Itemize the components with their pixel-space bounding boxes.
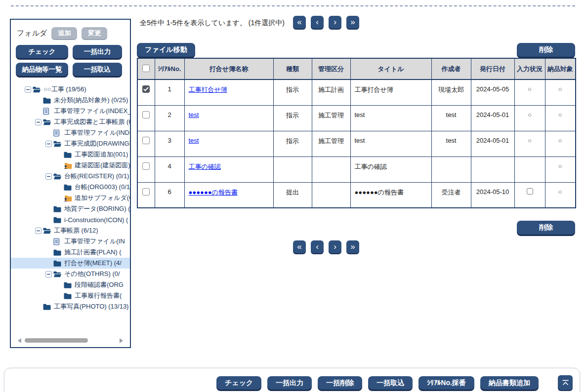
prev-page-button[interactable]: ‹ bbox=[311, 16, 324, 29]
tree-item[interactable]: 工事履行報告書( bbox=[11, 290, 130, 301]
title-cell: 工事打合せ簿 bbox=[350, 79, 431, 105]
delete-button-top[interactable]: 削除 bbox=[517, 43, 575, 57]
document-name-link[interactable]: 工事打合せ簿 bbox=[189, 86, 227, 93]
document-icon bbox=[43, 108, 53, 115]
tree-item[interactable]: ○○工事 (19/56) bbox=[11, 84, 130, 95]
collapse-minus-icon[interactable] bbox=[45, 173, 53, 180]
title-header: タイトル bbox=[350, 58, 431, 79]
collapse-minus-icon[interactable] bbox=[45, 271, 53, 277]
folder-label: フォルダ bbox=[17, 29, 47, 38]
type-cell: 指示 bbox=[273, 79, 312, 105]
first-page-button[interactable]: « bbox=[293, 16, 306, 29]
table-row: 1工事打合せ簿指示施工計画工事打合せ簿現場太郎2024-05-05○○ bbox=[137, 79, 576, 105]
tree-item[interactable]: 工事管理ファイル(IN bbox=[11, 236, 130, 247]
document-name-link[interactable]: test bbox=[189, 111, 199, 118]
tree-item-label: 打合せ簿(MEET) (4/ bbox=[63, 259, 122, 268]
input-status-cell: ○ bbox=[514, 131, 545, 157]
next-page-button[interactable]: › bbox=[329, 16, 341, 29]
first-page-button[interactable]: « bbox=[293, 240, 306, 253]
collapse-minus-icon[interactable] bbox=[35, 228, 43, 234]
tree-item-label: 工事写真(PHOTO) (13/13) bbox=[53, 302, 128, 311]
name-cell: ●●●●●●の報告書 bbox=[184, 182, 273, 208]
document-name-link[interactable]: 工事の確認 bbox=[189, 163, 221, 170]
tree-item[interactable]: 未分類(納品対象外) (0/25) bbox=[11, 95, 130, 106]
sidebar-hscrollbar[interactable] bbox=[17, 338, 124, 344]
folder-icon bbox=[53, 206, 63, 212]
file-move-button[interactable]: ファイル移動 bbox=[137, 43, 195, 57]
tree-item-label: 工事完成図書と工事帳票 (6/1 bbox=[53, 118, 130, 126]
tree-item[interactable]: 工事管理ファイル(INDEX_C bbox=[11, 106, 130, 117]
tree-item[interactable]: その他(OTHRS) (0/ bbox=[11, 269, 130, 279]
folder-sidebar-panel: フォルダ 追加 変更 チェック一括出力納品物等一覧一括取込 ○○工事 (19/5… bbox=[10, 19, 131, 348]
author-cell bbox=[431, 157, 471, 182]
tree-item[interactable]: 工事帳票 (6/12) bbox=[11, 225, 130, 236]
document-name-link[interactable]: test bbox=[189, 137, 199, 144]
tree-item[interactable]: 建築図面(建築図面) bbox=[11, 160, 130, 171]
footer-check-button[interactable]: チェック bbox=[216, 376, 261, 390]
row-checkbox[interactable] bbox=[142, 137, 150, 144]
collapse-minus-icon[interactable] bbox=[25, 86, 33, 93]
delete-button-bottom[interactable]: 削除 bbox=[517, 221, 575, 235]
folder-tree: ○○工事 (19/56)未分類(納品対象外) (0/25)工事管理ファイル(IN… bbox=[11, 84, 130, 316]
scrollbar-thumb[interactable] bbox=[25, 338, 88, 343]
scroll-right-arrow-icon[interactable] bbox=[120, 338, 123, 343]
type-cell bbox=[273, 157, 312, 182]
select-all-checkbox[interactable] bbox=[142, 65, 150, 72]
tree-item[interactable]: 台帳(REGISTER) (0/1) bbox=[11, 171, 130, 182]
row-checkbox[interactable] bbox=[142, 111, 150, 118]
tree-item[interactable]: 打合せ簿(MEET) (4/ bbox=[11, 258, 130, 269]
scroll-to-top-button[interactable] bbox=[558, 375, 573, 390]
folder-icon bbox=[64, 184, 74, 191]
folder-change-button[interactable]: 変更 bbox=[82, 27, 107, 39]
footer-buttons: チェック一括出力一括削除一括取込ｼﾘｱﾙNo.採番納品書類追加 bbox=[216, 376, 539, 390]
tree-item-label: 台帳(ORG003) (0/1 bbox=[74, 183, 130, 192]
folder-open-icon bbox=[53, 271, 63, 277]
tree-item[interactable]: 工事図面追加(001) ( bbox=[11, 149, 130, 160]
document-name-link[interactable]: ●●●●●●の報告書 bbox=[189, 189, 238, 196]
tree-item[interactable]: 段階確認書(ORG bbox=[11, 279, 130, 290]
last-page-button[interactable]: » bbox=[346, 16, 359, 29]
tree-item[interactable]: i-Construction(ICON) ( bbox=[11, 214, 130, 225]
tree-item[interactable]: 地質データ(BORING) (0 bbox=[11, 203, 130, 214]
tree-item[interactable]: 工事完成図(DRAWINGF bbox=[11, 138, 130, 149]
footer-batch-import-button[interactable]: 一括取込 bbox=[368, 376, 413, 390]
sidebar-check-button[interactable]: チェック bbox=[16, 45, 68, 58]
footer-delivery-docs-add-button[interactable]: 納品書類追加 bbox=[480, 376, 539, 390]
tree-item-label: 台帳(REGISTER) (0/1) bbox=[63, 172, 129, 181]
input-status-cell: ○ bbox=[514, 79, 545, 105]
input-status-checkbox[interactable] bbox=[527, 188, 533, 195]
sidebar-batch-import-button[interactable]: 一括取込 bbox=[73, 63, 122, 76]
row-checkbox[interactable] bbox=[142, 188, 150, 196]
table-row: 4工事の確認工事の確認○ bbox=[137, 157, 576, 182]
footer-batch-delete-button[interactable]: 一括削除 bbox=[318, 376, 362, 390]
tree-item-label: 工事管理ファイル(INDE bbox=[63, 128, 130, 137]
tree-item-label: 施工計画書(PLAN) ( bbox=[63, 248, 122, 257]
folder-open-icon bbox=[43, 119, 53, 125]
tree-item[interactable]: 工事写真(PHOTO) (13/13) bbox=[11, 301, 130, 312]
tree-item[interactable]: 工事管理ファイル(INDE bbox=[11, 127, 130, 138]
row-checkbox[interactable] bbox=[142, 162, 150, 170]
collapse-minus-icon[interactable] bbox=[35, 119, 43, 125]
row-checkbox[interactable] bbox=[142, 85, 150, 93]
last-page-button[interactable]: » bbox=[346, 240, 359, 253]
footer-batch-export-button[interactable]: 一括出力 bbox=[267, 376, 312, 390]
tree-item[interactable]: 施工計画書(PLAN) ( bbox=[11, 247, 130, 258]
prev-page-button[interactable]: ‹ bbox=[311, 240, 324, 253]
tree-item[interactable]: 工事完成図書と工事帳票 (6/1 bbox=[11, 117, 130, 127]
tree-item-label: 工事管理ファイル(IN bbox=[63, 237, 125, 246]
folder-add-button[interactable]: 追加 bbox=[51, 27, 77, 39]
title-cell: 工事の確認 bbox=[350, 157, 431, 182]
footer-serial-numbering-button[interactable]: ｼﾘｱﾙNo.採番 bbox=[419, 376, 474, 390]
collapse-minus-icon[interactable] bbox=[45, 141, 53, 147]
input-status-header: 入力状況 bbox=[514, 58, 545, 79]
sidebar-batch-export-button[interactable]: 一括出力 bbox=[73, 45, 122, 58]
scroll-left-arrow-icon[interactable] bbox=[18, 338, 21, 343]
next-page-button[interactable]: › bbox=[329, 240, 341, 253]
tree-item-label: 段階確認書(ORG bbox=[74, 280, 124, 289]
tree-item[interactable]: 追加サブフォルダ(O bbox=[11, 193, 130, 203]
tree-item[interactable]: 台帳(ORG003) (0/1 bbox=[11, 182, 130, 193]
tree-item-label: i-Construction(ICON) ( bbox=[63, 216, 128, 224]
author-header: 作成者 bbox=[431, 58, 471, 79]
sidebar-deliverables-list-button[interactable]: 納品物等一覧 bbox=[16, 63, 68, 76]
select-cell bbox=[137, 131, 155, 157]
